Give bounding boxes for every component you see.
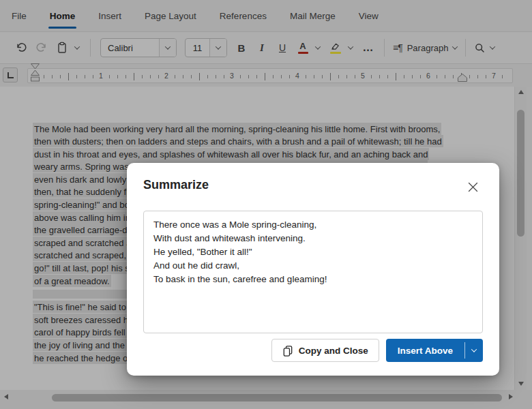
dialog-title: Summarize [143, 178, 209, 192]
copy-and-close-label: Copy and Close [299, 346, 368, 356]
word-editor-window: FileHomeInsertPage LayoutReferencesMail … [0, 0, 532, 409]
summarize-dialog: Summarize There once was a Mole spring-c… [127, 163, 499, 376]
insert-above-split-button: Insert Above [386, 339, 483, 362]
close-button[interactable] [465, 179, 480, 194]
copy-and-close-button[interactable]: Copy and Close [271, 339, 379, 362]
insert-above-label: Insert Above [398, 346, 453, 356]
summary-text-area[interactable]: There once was a Mole spring-cleaning, W… [143, 211, 483, 333]
copy-icon [282, 345, 293, 357]
insert-above-button[interactable]: Insert Above [386, 339, 464, 362]
chevron-down-icon [471, 346, 477, 352]
close-icon [468, 182, 478, 192]
insert-above-dropdown[interactable] [465, 339, 483, 362]
dialog-actions: Copy and Close Insert Above [271, 339, 483, 362]
